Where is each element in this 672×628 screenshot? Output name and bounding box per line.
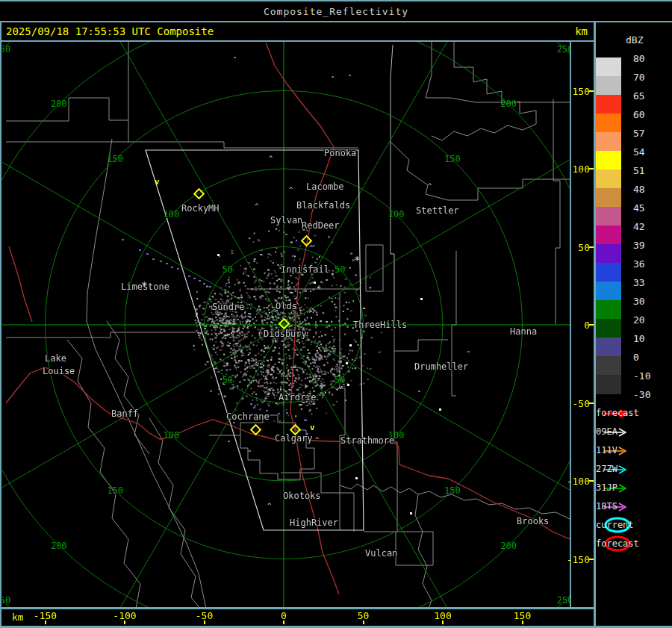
legend-label: 09EA — [596, 426, 617, 437]
weak-echo-dot — [177, 268, 179, 270]
city-label-sylvan: Sylvan — [270, 216, 302, 225]
caret-marker: ^ — [337, 387, 341, 394]
ring-label: 150 — [444, 154, 461, 164]
asterisk-marker: * — [354, 255, 360, 265]
weak-echo-dot — [209, 286, 211, 287]
ring-label: 50 — [222, 375, 232, 385]
city-label-cochrane: Cochrane — [226, 412, 270, 421]
radar-map-viewport[interactable]: 5050505010010010010015015015015020020020… — [2, 42, 570, 607]
caret-marker: ^ — [315, 437, 319, 444]
weak-echo-dot — [467, 351, 470, 352]
radar-site-marker — [193, 188, 205, 200]
right-axis-tick — [588, 480, 594, 482]
colorbar-swatch — [596, 207, 621, 226]
legend-label: current — [596, 520, 634, 530]
dot-marker — [355, 477, 358, 479]
city-label-drumheller: Drumheller — [414, 362, 468, 371]
bottom-axis-tick — [204, 621, 205, 624]
colorbar-swatch — [596, 151, 621, 170]
weak-echo-dot — [233, 422, 235, 423]
weak-echo-dot — [146, 253, 149, 255]
weak-echo-dot — [278, 413, 280, 414]
caret-marker: ^ — [309, 245, 313, 252]
colorbar-swatch — [596, 244, 621, 264]
weak-echo-dot — [234, 57, 236, 58]
weak-echo-dot — [152, 258, 155, 260]
ring-label: 100 — [164, 430, 180, 441]
colorbar-swatch — [596, 375, 621, 394]
status-bar: 2025/09/18 17:55:53 UTC Composite km — [0, 22, 594, 42]
caret-marker: ^ — [255, 203, 258, 210]
bottom-axis-tick-label: 150 — [514, 610, 531, 621]
colorbar-tick-label: 36 — [633, 258, 645, 270]
weak-echo-dot — [250, 403, 252, 405]
timestamp-label: 2025/09/18 17:55:53 UTC Composite — [6, 25, 214, 37]
dot-marker — [314, 282, 316, 284]
weak-echo-dot — [203, 283, 205, 285]
caret-marker: ^ — [267, 503, 271, 509]
colorbar-tick-label: 0 — [633, 352, 639, 363]
dot-marker — [346, 362, 348, 364]
city-label-stettler: Stettler — [416, 206, 459, 215]
right-axis-tick — [588, 402, 594, 404]
colorbar-swatch — [596, 338, 621, 357]
colorbar-tick-label: 39 — [633, 240, 645, 251]
weak-echo-dot — [349, 75, 351, 76]
colorbar-tick-label: 20 — [633, 314, 645, 326]
bottom-axis-tick-label: -50 — [196, 610, 213, 621]
radar-site-marker — [279, 318, 290, 330]
ring-label: 50 — [335, 264, 345, 275]
city-label-brooks: Brooks — [517, 517, 549, 526]
weak-echo-dot — [253, 407, 255, 408]
weak-echo-dot — [306, 433, 308, 435]
city-label-strathmore: Strathmore — [340, 436, 394, 445]
city-label-threehills: ThreeHills — [353, 320, 407, 329]
ring-label: 250 — [2, 595, 10, 606]
colorbar-tick-label: 33 — [633, 277, 645, 288]
weak-echo-dot — [193, 278, 196, 279]
legend-label: forecast — [596, 538, 639, 549]
legend-label: 31JP — [596, 482, 617, 493]
weak-echo-dot — [166, 263, 168, 264]
colorbar-tick-label: 10 — [633, 333, 645, 344]
ring-label: 200 — [51, 99, 67, 109]
city-label-reddeer: RedDeer — [302, 221, 340, 230]
bottom-axis-tick — [45, 621, 46, 624]
caret-marker: ^ — [289, 187, 293, 193]
colorbar-swatch — [596, 132, 621, 152]
right-axis-tick — [588, 246, 594, 248]
colorbar-tick-label: 30 — [633, 296, 645, 307]
weak-echo-dot — [332, 76, 334, 78]
site-check-marker: v — [155, 178, 160, 186]
weak-echo-dot — [305, 420, 307, 421]
city-label-blackfalds: Blackfalds — [296, 201, 350, 210]
city-label-vulcan: Vulcan — [365, 549, 397, 558]
legend-label: 18TS — [596, 501, 617, 512]
caret-marker: ^ — [269, 155, 273, 162]
colorbar-tick-label: -30 — [633, 389, 650, 400]
colorbar-swatch — [596, 319, 621, 338]
caret-marker: ^ — [291, 366, 295, 373]
city-label-lake: Lake — [45, 354, 66, 363]
colorbar-panel: dBZ 807065605754514845423936333020100-10… — [596, 22, 672, 626]
legend-label: 111V — [596, 445, 617, 456]
colorbar-tick-label: 57 — [633, 128, 645, 139]
colorbar-tick-label: 60 — [633, 109, 645, 120]
bottom-axis-tick — [124, 621, 125, 624]
dot-marker — [410, 512, 412, 514]
colorbar-tick-label: 54 — [633, 146, 645, 158]
colorbar-swatch — [596, 170, 621, 189]
right-axis-tick-label: -150 — [567, 553, 590, 565]
right-axis-tick-label: 150 — [573, 85, 590, 96]
right-axis-tick-label: -50 — [573, 397, 590, 408]
colorbar-tick-label: -10 — [633, 370, 650, 382]
weak-echo-dot — [249, 450, 251, 452]
ring-label: 150 — [444, 485, 461, 496]
weak-echo-dot — [188, 276, 190, 277]
radar-site-marker — [250, 424, 262, 436]
colorbar-swatch — [596, 356, 621, 376]
right-axis-tick — [588, 324, 594, 326]
city-label-olds: Olds — [276, 302, 297, 311]
colorbar-tick-label: 70 — [633, 72, 645, 83]
right-axis: 150100500-50-100-150 — [571, 42, 594, 607]
